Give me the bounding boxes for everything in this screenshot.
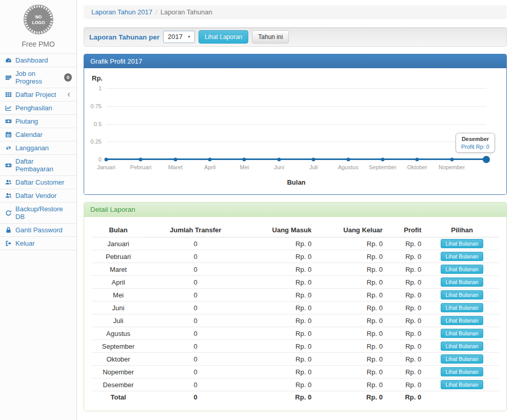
year-select-value: 2017	[168, 33, 183, 41]
svg-text:LOGO: LOGO	[32, 20, 45, 25]
cell-uang-keluar: Rp. 0	[315, 391, 387, 404]
gridline	[106, 142, 486, 142]
lock-icon	[5, 227, 12, 233]
sidebar-item-ganti-password[interactable]: Ganti Password	[0, 224, 76, 237]
cell-jumlah-transfer: 0	[145, 340, 246, 353]
sidebar-item-label: Daftar Pembayaran	[15, 157, 72, 173]
cell-pilihan: Lihat Bulanan	[425, 366, 499, 378]
column-header-profit: Profit	[387, 223, 425, 237]
cell-profit: Rp. 0	[387, 353, 425, 366]
cell-pilihan: Lihat Bulanan	[425, 340, 499, 353]
lihat-bulanan-button[interactable]: Lihat Bulanan	[441, 290, 483, 299]
tooltip-value: Profit Rp: 0	[461, 144, 489, 150]
sidebar-item-keluar[interactable]: Keluar	[0, 237, 76, 250]
lihat-bulanan-button[interactable]: Lihat Bulanan	[441, 367, 483, 376]
data-point[interactable]	[173, 158, 177, 162]
calendar-icon	[5, 131, 12, 138]
cell-uang-keluar: Rp. 0	[315, 327, 387, 340]
data-point[interactable]	[312, 158, 315, 162]
lihat-bulanan-button[interactable]: Lihat Bulanan	[441, 277, 483, 287]
cell-pilihan: Lihat Bulanan	[425, 237, 499, 250]
lihat-bulanan-button[interactable]: Lihat Bulanan	[441, 239, 483, 248]
lihat-bulanan-button[interactable]: Lihat Bulanan	[441, 316, 483, 325]
cell-jumlah-transfer: 0	[145, 391, 246, 404]
cell-jumlah-transfer: 0	[145, 353, 246, 366]
cell-profit: Rp. 0	[387, 250, 425, 263]
sidebar-item-label: Langganan	[15, 144, 49, 152]
cell-profit: Rp. 0	[387, 263, 425, 276]
data-point[interactable]	[346, 158, 350, 162]
table-row: Mei0Rp. 0Rp. 0Rp. 0Lihat Bulanan	[92, 289, 499, 302]
sidebar-menu: DashboardJob on Progress0Daftar ProjectP…	[0, 53, 76, 250]
sidebar-item-daftar-customer[interactable]: Daftar Customer	[0, 176, 76, 189]
cell-uang-keluar: Rp. 0	[315, 237, 387, 250]
cell-bulan: Maret	[92, 263, 145, 276]
cell-uang-keluar: Rp. 0	[315, 302, 387, 314]
money-icon	[5, 162, 12, 169]
lihat-bulanan-button[interactable]: Lihat Bulanan	[441, 354, 483, 364]
table-row: April0Rp. 0Rp. 0Rp. 0Lihat Bulanan	[92, 276, 499, 289]
cell-profit: Rp. 0	[387, 302, 425, 314]
data-point[interactable]	[105, 158, 108, 162]
data-point[interactable]	[416, 158, 419, 162]
cell-uang-masuk: Rp. 0	[246, 276, 315, 289]
tahun-ini-button[interactable]: Tahun ini	[252, 30, 289, 44]
sidebar-item-daftar-vendor[interactable]: Daftar Vendor	[0, 189, 76, 203]
sidebar-item-piutang[interactable]: Piutang	[0, 115, 76, 128]
detail-panel-title: Detail Laporan	[84, 203, 506, 217]
sidebar-item-dashboard[interactable]: Dashboard	[0, 54, 76, 67]
lihat-bulanan-button[interactable]: Lihat Bulanan	[441, 342, 483, 351]
cell-jumlah-transfer: 0	[145, 276, 246, 289]
cell-bulan: Agustus	[92, 327, 145, 340]
lihat-laporan-button[interactable]: Lihat Laporan	[199, 30, 248, 44]
sidebar-item-daftar-pembayaran[interactable]: Daftar Pembayaran	[0, 155, 76, 176]
retweet-icon	[5, 145, 12, 151]
cell-pilihan: Lihat Bulanan	[425, 263, 499, 276]
sidebar-item-job-on-progress[interactable]: Job on Progress0	[0, 67, 76, 88]
logo-block: NO LOGO Free PMO	[0, 0, 76, 53]
dashboard-icon	[5, 57, 12, 64]
lihat-bulanan-button[interactable]: Lihat Bulanan	[441, 265, 483, 274]
gridline	[106, 88, 486, 89]
data-point[interactable]	[277, 158, 281, 162]
data-point-active[interactable]	[483, 156, 490, 163]
cell-pilihan: Lihat Bulanan	[425, 327, 499, 340]
cell-uang-keluar: Rp. 0	[315, 340, 387, 353]
year-filter-well: Laporan Tahunan per 2017 ▼ Lihat Laporan…	[84, 27, 507, 47]
chart-plot: Desember Profit Rp: 0 00.250.50.751	[106, 88, 486, 159]
cell-uang-keluar: Rp. 0	[315, 250, 387, 263]
sidebar-item-backup-restore-db[interactable]: Backup/Restore DB	[0, 203, 76, 224]
money-icon	[5, 118, 12, 125]
breadcrumb-link-laporan-tahun[interactable]: Laporan Tahun 2017	[91, 8, 152, 16]
sidebar-item-langganan[interactable]: Langganan	[0, 142, 76, 155]
sidebar-item-calendar[interactable]: Calendar	[0, 128, 76, 142]
x-tick-label: September	[369, 164, 397, 170]
cell-jumlah-transfer: 0	[145, 263, 246, 276]
chart-panel-body: Rp. Desember Profit Rp: 0 00.250.50.751 …	[84, 68, 506, 194]
data-point[interactable]	[208, 158, 212, 162]
data-point[interactable]	[450, 158, 453, 162]
lihat-bulanan-button[interactable]: Lihat Bulanan	[441, 329, 483, 338]
x-tick-label: Oktober	[407, 164, 427, 170]
column-header-uang-masuk: Uang Masuk	[246, 223, 315, 237]
sidebar-item-daftar-project[interactable]: Daftar Project	[0, 88, 76, 102]
data-point[interactable]	[139, 158, 143, 162]
year-select[interactable]: 2017 ▼	[163, 31, 195, 43]
sidebar-item-label: Ganti Password	[15, 226, 63, 234]
report-table: BulanJumlah TransferUang MasukUang Kelua…	[92, 223, 499, 404]
users-icon	[5, 179, 12, 186]
detail-report-panel: Detail Laporan BulanJumlah TransferUang …	[84, 202, 507, 411]
lihat-bulanan-button[interactable]: Lihat Bulanan	[441, 380, 483, 389]
table-row: Oktober0Rp. 0Rp. 0Rp. 0Lihat Bulanan	[92, 353, 499, 366]
cell-uang-masuk: Rp. 0	[246, 340, 315, 353]
table-row: Januari0Rp. 0Rp. 0Rp. 0Lihat Bulanan	[92, 237, 499, 250]
data-point[interactable]	[243, 158, 246, 162]
cell-profit: Rp. 0	[387, 314, 425, 327]
lihat-bulanan-button[interactable]: Lihat Bulanan	[441, 303, 483, 312]
cell-uang-masuk: Rp. 0	[246, 314, 315, 327]
lihat-bulanan-button[interactable]: Lihat Bulanan	[441, 252, 483, 261]
data-point[interactable]	[381, 158, 384, 162]
refresh-icon	[5, 210, 12, 216]
cell-jumlah-transfer: 0	[145, 378, 246, 391]
sidebar-item-penghasilan[interactable]: Penghasilan	[0, 102, 76, 115]
